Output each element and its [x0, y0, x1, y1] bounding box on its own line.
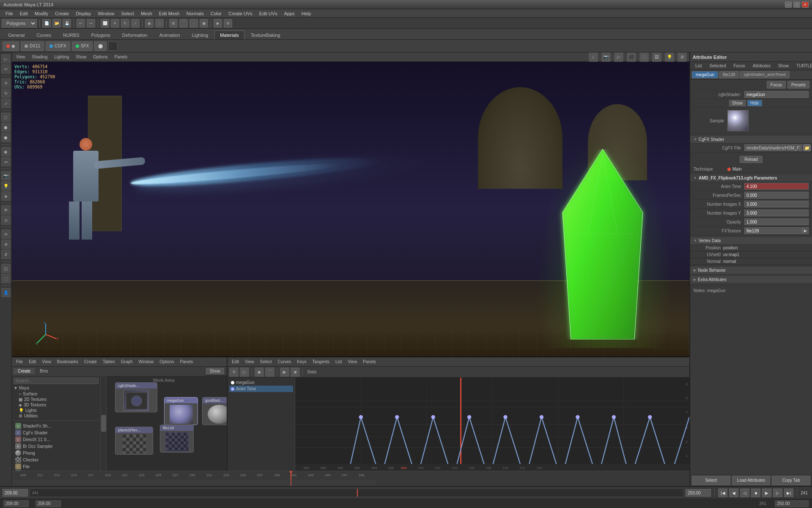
- minimize-button[interactable]: ─: [785, 2, 792, 8]
- params-section-header[interactable]: ▼ AMD_FX_Flipbook713.cgfx Parameters: [690, 174, 812, 182]
- maximize-button[interactable]: □: [793, 2, 800, 8]
- folder-browse-btn[interactable]: 📁: [803, 144, 811, 151]
- tab-deformation[interactable]: Deformation: [117, 30, 153, 39]
- mat-shaderfx[interactable]: S ShaderFx Sh...: [14, 422, 99, 429]
- maya-category[interactable]: ▼ Maya: [14, 386, 99, 390]
- copy-tab-button[interactable]: Copy Tab: [772, 476, 810, 485]
- lasso-icon[interactable]: ◌: [155, 19, 164, 28]
- ne-menu-options[interactable]: Options: [158, 359, 176, 364]
- mode-dropdown[interactable]: Polygons Surfaces Dynamics: [2, 19, 37, 28]
- node-tab-create[interactable]: Create: [14, 368, 35, 374]
- menu-apps[interactable]: Apps: [281, 10, 298, 17]
- animation-timeline[interactable]: 209 211 213 215 217 219 221 223 225 227 …: [12, 471, 689, 486]
- renderer-dx11-btn[interactable]: DX11: [21, 41, 44, 51]
- cgfx-section-header[interactable]: ▼ CgFX Shader: [690, 136, 812, 144]
- curve-graph[interactable]: 6 5 4 3 2 1: [295, 378, 689, 471]
- xray-btn[interactable]: ◫: [1, 264, 11, 273]
- shader-btn[interactable]: ◈: [1, 191, 11, 201]
- mat-item-2d[interactable]: ▦ 2D Textures: [14, 397, 99, 402]
- ae-tab-focus[interactable]: Focus: [730, 63, 748, 69]
- status-input-mid[interactable]: [36, 500, 61, 507]
- symmetry-btn[interactable]: ⇔: [1, 157, 11, 166]
- menu-file[interactable]: File: [3, 10, 16, 17]
- node-gunblast[interactable]: gunBlast...: [202, 397, 227, 425]
- new-scene-icon[interactable]: 📄: [42, 19, 51, 28]
- light-btn[interactable]: 💡: [1, 181, 11, 190]
- vp-icon-camera[interactable]: 📷: [601, 52, 611, 62]
- param-fxtex-input[interactable]: [744, 227, 802, 234]
- scale-btn[interactable]: ⤢: [1, 99, 11, 108]
- menu-mesh[interactable]: Mesh: [138, 10, 155, 17]
- shader-tab-animtime[interactable]: cgfxShader1_animTime4: [740, 71, 790, 78]
- material-search-input[interactable]: [14, 378, 99, 384]
- ce-menu-list[interactable]: List: [334, 359, 344, 364]
- ce-icon-stop[interactable]: ■: [291, 367, 300, 377]
- node-graph-scrollbar-v[interactable]: [101, 376, 107, 471]
- ae-tab-turtle[interactable]: TURTLE: [793, 63, 812, 69]
- show-hide-btn[interactable]: 👁: [1, 205, 11, 215]
- cgfx-shader-name-input[interactable]: [744, 91, 809, 98]
- vp-icon-shading[interactable]: ⬛: [627, 52, 636, 62]
- menu-modify[interactable]: Modify: [32, 10, 51, 17]
- vertex-data-header[interactable]: ▼ Vertex Data: [690, 237, 812, 245]
- ne-menu-window[interactable]: Window: [137, 359, 156, 364]
- load-attrs-button[interactable]: Load Attributes: [732, 476, 771, 485]
- ne-menu-graph[interactable]: Graph: [119, 359, 134, 364]
- vp-icon-wireframe[interactable]: ⬚: [639, 52, 649, 62]
- ae-tab-show[interactable]: Show: [775, 63, 792, 69]
- node-tab-bins[interactable]: Bins: [36, 368, 52, 374]
- timeline-slider-area[interactable]: 241: [30, 489, 684, 497]
- param-opacity-input[interactable]: [744, 218, 809, 225]
- goto-end-btn[interactable]: ▶|: [784, 489, 793, 497]
- ce-menu-keys[interactable]: Keys: [295, 359, 308, 364]
- node-graph[interactable]: Work Area: [101, 376, 227, 471]
- mat-item-surface[interactable]: ○ Surface: [14, 391, 99, 397]
- prev-frame-btn[interactable]: ◀: [729, 489, 738, 497]
- soft-select-btn[interactable]: ◉: [1, 147, 11, 156]
- play-back-btn[interactable]: ◁: [740, 489, 749, 497]
- snap-curve-icon[interactable]: ⌒: [179, 19, 188, 28]
- undo-icon[interactable]: ↩: [77, 19, 85, 28]
- fxtex-browse-btn[interactable]: ▶: [802, 227, 809, 234]
- select-tool-icon[interactable]: ⬜: [101, 19, 109, 28]
- status-input-start[interactable]: [3, 500, 29, 507]
- snap-grid-icon[interactable]: ⊞: [169, 19, 178, 28]
- vp-menu-lighting[interactable]: Lighting: [52, 54, 71, 60]
- reload-button[interactable]: Reload: [740, 156, 763, 163]
- menu-help[interactable]: Help: [299, 10, 314, 17]
- mat-item-lights[interactable]: 💡 Lights: [14, 408, 99, 413]
- node-cgfxshader[interactable]: cgfxShade...: [115, 382, 157, 412]
- shader-tab-file139[interactable]: file139: [719, 71, 739, 78]
- ne-menu-create[interactable]: Create: [82, 359, 99, 364]
- renderer-hw-btn[interactable]: ⬤: [94, 41, 107, 51]
- mat-checker[interactable]: Checker: [14, 456, 99, 463]
- select-tool-btn[interactable]: ▷: [1, 54, 11, 64]
- scale-tool-icon[interactable]: ⤢: [131, 19, 140, 28]
- snap-point-icon[interactable]: ·: [189, 19, 198, 28]
- ne-menu-file[interactable]: File: [14, 359, 25, 364]
- ce-icon-tangents[interactable]: ⌒: [265, 367, 274, 377]
- tab-curves[interactable]: Curves: [31, 30, 57, 39]
- focus-button[interactable]: Focus: [767, 81, 786, 88]
- ne-menu-tables[interactable]: Tables: [101, 359, 117, 364]
- mat-file[interactable]: F File: [14, 463, 99, 470]
- mat-item-3d[interactable]: ◈ 3D Textures: [14, 402, 99, 408]
- tab-general[interactable]: General: [3, 30, 30, 39]
- save-scene-icon[interactable]: 💾: [63, 19, 71, 28]
- ce-menu-view[interactable]: View: [243, 359, 256, 364]
- node-file139[interactable]: file139: [160, 425, 194, 453]
- move-btn[interactable]: ✛: [1, 78, 11, 88]
- tab-materials[interactable]: Materials: [214, 30, 244, 39]
- render-settings-icon[interactable]: [108, 41, 118, 51]
- ce-icon-select[interactable]: ▷: [240, 367, 249, 377]
- vp-menu-options[interactable]: Options: [91, 54, 109, 60]
- ce-menu-view2[interactable]: View: [346, 359, 359, 364]
- menu-create[interactable]: Create: [52, 10, 72, 17]
- next-frame-btn[interactable]: ▷: [773, 489, 782, 497]
- vp-menu-view[interactable]: View: [14, 54, 27, 60]
- ae-tab-attributes[interactable]: Attributes: [749, 63, 774, 69]
- node-behavior-header[interactable]: ▶ Node Behavior: [690, 267, 812, 274]
- vp-icon-select[interactable]: ▷: [614, 52, 623, 62]
- ce-icon-play[interactable]: ▶: [280, 367, 289, 377]
- menu-color[interactable]: Color: [208, 10, 225, 17]
